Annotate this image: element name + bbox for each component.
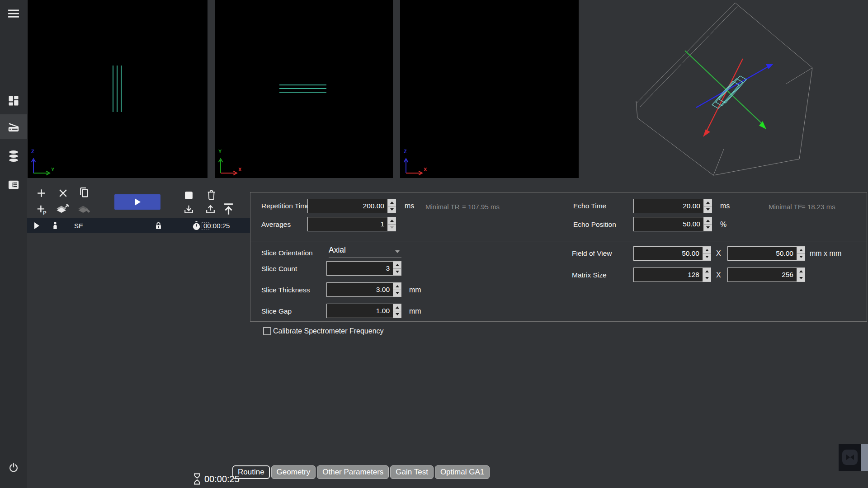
spin-up-button[interactable] bbox=[704, 199, 712, 206]
play-state-icon bbox=[34, 222, 40, 229]
slice-line bbox=[113, 66, 113, 112]
averages-input[interactable] bbox=[308, 217, 387, 231]
edit-layers-disabled-icon bbox=[77, 203, 91, 217]
spin-up-button[interactable] bbox=[703, 247, 711, 253]
repetition-time-input[interactable] bbox=[308, 199, 387, 213]
spin-down-button[interactable] bbox=[393, 311, 401, 318]
patient-icon bbox=[51, 221, 60, 230]
widget-handle[interactable] bbox=[861, 444, 868, 471]
echo-position-field bbox=[633, 217, 712, 231]
registration-card-icon[interactable] bbox=[0, 177, 27, 192]
spin-down-button[interactable] bbox=[797, 253, 805, 261]
spin-up-button[interactable] bbox=[797, 268, 805, 275]
tab-routine[interactable]: Routine bbox=[232, 465, 270, 479]
scanner-icon[interactable] bbox=[0, 119, 27, 135]
spin-up-button[interactable] bbox=[393, 304, 401, 311]
panel-border bbox=[250, 241, 867, 241]
matrix-x-input[interactable] bbox=[634, 268, 703, 282]
axis-label-horizontal: X bbox=[424, 167, 427, 172]
viewport-axial[interactable]: Z X bbox=[400, 0, 579, 178]
viewport-sagittal[interactable]: Z Y bbox=[28, 0, 208, 178]
fov-x-field bbox=[633, 246, 711, 261]
minimal-tr-value: = 107.95 ms bbox=[462, 203, 500, 211]
spin-up-button[interactable] bbox=[703, 268, 711, 275]
tab-geometry[interactable]: Geometry bbox=[271, 465, 316, 479]
spin-down-button[interactable] bbox=[388, 206, 396, 213]
run-scan-button[interactable] bbox=[114, 194, 160, 210]
repetition-time-spinner bbox=[387, 199, 396, 213]
spin-down-button[interactable] bbox=[703, 253, 711, 261]
calibrate-checkbox[interactable] bbox=[263, 327, 271, 335]
spin-down-button[interactable] bbox=[703, 275, 711, 282]
3d-scene[interactable] bbox=[579, 0, 868, 194]
viewport-coronal[interactable]: Y X bbox=[215, 0, 393, 178]
close-icon[interactable] bbox=[57, 188, 69, 201]
slice-gap-input[interactable] bbox=[327, 304, 393, 318]
panel-border bbox=[250, 192, 867, 192]
panel-border bbox=[867, 192, 867, 322]
axis-label-vertical: Z bbox=[404, 149, 407, 154]
slice-line bbox=[121, 66, 122, 112]
svg-text:P: P bbox=[43, 210, 46, 216]
sequence-row[interactable]: SE 00:00:25 bbox=[27, 218, 250, 233]
download-icon[interactable] bbox=[183, 204, 195, 218]
slice-count-input[interactable] bbox=[327, 262, 393, 275]
add-protocol-icon[interactable]: P bbox=[36, 204, 47, 217]
slice-gap-label: Slice Gap bbox=[261, 307, 292, 315]
spin-down-button[interactable] bbox=[704, 224, 712, 231]
echo-time-input[interactable] bbox=[634, 199, 703, 213]
spin-up-button[interactable] bbox=[797, 247, 805, 253]
fov-y-input[interactable] bbox=[728, 247, 797, 260]
upload-to-top-icon[interactable] bbox=[221, 202, 236, 218]
repetition-time-label: Repetition Time bbox=[261, 202, 310, 210]
delete-icon[interactable] bbox=[206, 188, 217, 203]
fov-x-input[interactable] bbox=[634, 247, 703, 260]
export-layers-icon[interactable] bbox=[55, 203, 69, 217]
slice-line bbox=[117, 66, 118, 112]
spin-down-button[interactable] bbox=[393, 268, 401, 276]
axis-indicator bbox=[29, 155, 56, 175]
spin-up-button[interactable] bbox=[704, 217, 712, 224]
add-icon[interactable] bbox=[36, 188, 47, 201]
widget-logo-icon bbox=[842, 450, 858, 465]
menu-icon[interactable] bbox=[0, 7, 27, 20]
database-icon[interactable] bbox=[0, 148, 27, 164]
slice-orientation-label: Slice Orientation bbox=[261, 249, 313, 257]
spin-down-button[interactable] bbox=[797, 275, 805, 282]
echo-time-label: Echo Time bbox=[573, 202, 606, 210]
slice-count-label: Slice Count bbox=[261, 265, 297, 273]
spin-up-button[interactable] bbox=[388, 199, 396, 206]
copy-icon[interactable] bbox=[78, 186, 90, 201]
spin-up-button[interactable] bbox=[393, 262, 401, 268]
hourglass-icon bbox=[193, 473, 202, 485]
slice-gap-spinner bbox=[393, 304, 401, 318]
slice-gap-field bbox=[326, 304, 401, 318]
tab-optimal-ga1[interactable]: Optimal GA1 bbox=[435, 465, 490, 479]
tab-gain-test[interactable]: Gain Test bbox=[390, 465, 434, 479]
axis-label-vertical: Y bbox=[218, 149, 222, 154]
spin-down-button[interactable] bbox=[388, 224, 396, 231]
slice-thickness-input[interactable] bbox=[327, 283, 393, 296]
spin-down-button[interactable] bbox=[704, 206, 712, 213]
3d-axis-x bbox=[703, 59, 743, 137]
echo-position-input[interactable] bbox=[634, 217, 703, 231]
minimal-tr-label: Minimal TR bbox=[425, 203, 460, 211]
power-icon[interactable] bbox=[0, 461, 27, 474]
slice-thickness-spinner bbox=[393, 283, 401, 296]
matrix-y-spinner bbox=[797, 268, 805, 282]
slice-orientation-dropdown[interactable]: Axial bbox=[329, 245, 401, 258]
dashboard-icon[interactable] bbox=[0, 93, 27, 108]
spin-up-button[interactable] bbox=[393, 283, 401, 290]
matrix-y-input[interactable] bbox=[728, 268, 797, 282]
spin-down-button[interactable] bbox=[393, 290, 401, 297]
stop-icon[interactable] bbox=[184, 191, 193, 202]
upload-icon[interactable] bbox=[204, 204, 217, 218]
echo-position-spinner bbox=[703, 217, 712, 231]
spin-up-button[interactable] bbox=[388, 217, 396, 224]
fov-y-field bbox=[727, 246, 805, 261]
panel-border bbox=[250, 192, 250, 322]
tab-other-parameters[interactable]: Other Parameters bbox=[317, 465, 389, 479]
play-icon bbox=[135, 198, 141, 206]
echo-time-field bbox=[633, 199, 712, 213]
overlay-widget[interactable] bbox=[839, 444, 861, 471]
